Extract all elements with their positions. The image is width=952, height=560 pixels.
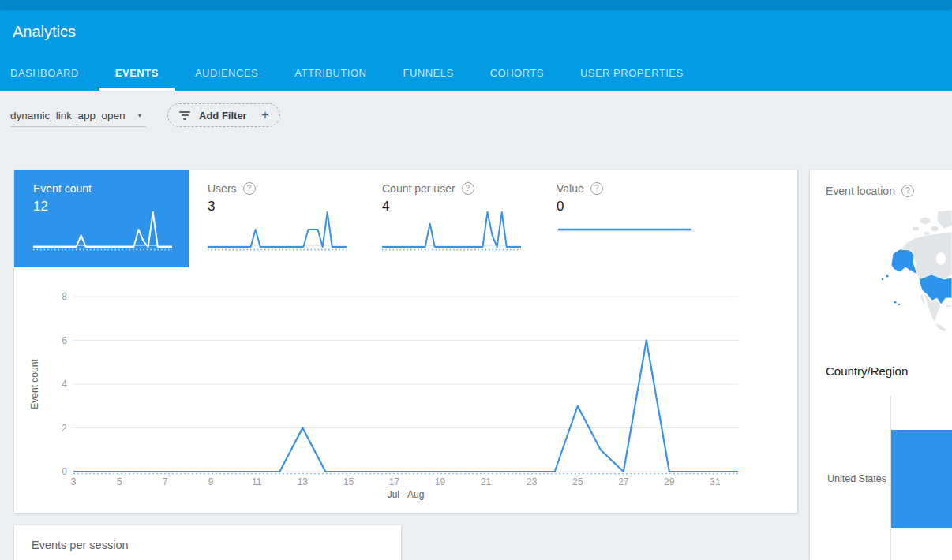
map-central-america bbox=[935, 323, 946, 332]
event-location-title-text: Event location bbox=[826, 185, 895, 197]
metric-label-text: Value bbox=[557, 182, 584, 195]
help-icon[interactable]: ? bbox=[590, 182, 603, 195]
events-per-session-title: Events per session bbox=[32, 539, 401, 551]
metric-card-value[interactable]: Value ? 0 bbox=[538, 170, 712, 267]
y-tick-label: 6 bbox=[62, 335, 67, 346]
x-tick-label: 3 bbox=[71, 476, 77, 487]
help-icon[interactable]: ? bbox=[901, 185, 914, 197]
x-axis-title: Jul - Aug bbox=[388, 489, 425, 500]
metric-label: Count per user ? bbox=[382, 182, 474, 195]
map-greenland bbox=[937, 210, 952, 229]
count-per-user-sparkline bbox=[382, 207, 521, 257]
x-tick-label: 21 bbox=[481, 476, 492, 487]
y-axis-title: Event count bbox=[29, 359, 40, 409]
y-tick-label: 0 bbox=[62, 466, 67, 477]
tab-bar: DASHBOARD EVENTS AUDIENCES ATTRIBUTION F… bbox=[0, 54, 703, 91]
map-arctic-island bbox=[920, 218, 931, 225]
spark-line bbox=[208, 212, 347, 247]
event-selector-dropdown[interactable]: dynamic_link_app_open ▼ bbox=[10, 104, 146, 127]
x-tick-label: 17 bbox=[389, 476, 400, 487]
x-tick-label: 7 bbox=[163, 476, 168, 487]
x-tick-label: 23 bbox=[527, 476, 538, 487]
metric-card-users[interactable]: Users ? 3 bbox=[189, 170, 363, 267]
event-selector-value: dynamic_link_app_open bbox=[10, 110, 126, 121]
metric-label: Users ? bbox=[208, 182, 256, 195]
chevron-down-icon: ▼ bbox=[137, 112, 143, 119]
users-sparkline bbox=[208, 207, 347, 257]
x-tick-label: 31 bbox=[710, 476, 721, 487]
x-tick-label: 25 bbox=[572, 476, 583, 487]
analytics-dashboard: Analytics DASHBOARD EVENTS AUDIENCES ATT… bbox=[0, 0, 952, 560]
country-bar bbox=[891, 430, 952, 528]
event-detail-card: Event count ? 12 Users ? 3 Count per use… bbox=[14, 170, 797, 513]
north-america-map bbox=[856, 210, 952, 357]
value-sparkline bbox=[557, 207, 695, 257]
x-tick-label: 29 bbox=[664, 476, 675, 487]
tab-audiences[interactable]: AUDIENCES bbox=[178, 54, 275, 91]
metric-card-event-count[interactable]: Event count ? 12 bbox=[14, 170, 189, 267]
event-count-sparkline bbox=[33, 207, 172, 257]
app-header: Analytics DASHBOARD EVENTS AUDIENCES ATT… bbox=[0, 0, 952, 91]
map-cuba bbox=[946, 305, 952, 308]
help-icon[interactable]: ? bbox=[462, 182, 474, 195]
metric-label-text: Count per user bbox=[382, 182, 455, 195]
country-bar-label: United States bbox=[810, 473, 886, 484]
event-location-card: Event location ? bbox=[810, 170, 952, 560]
x-tick-label: 15 bbox=[343, 476, 354, 487]
metric-card-row: Event count ? 12 Users ? 3 Count per use… bbox=[14, 170, 712, 267]
events-per-session-card: Events per session bbox=[14, 525, 401, 560]
add-filter-label: Add Filter bbox=[199, 110, 247, 121]
event-location-title: Event location ? bbox=[826, 185, 914, 197]
x-tick-label: 27 bbox=[618, 476, 629, 487]
map-arctic-island bbox=[931, 226, 939, 232]
x-tick-label: 13 bbox=[298, 476, 309, 487]
add-filter-button[interactable]: Add Filter + bbox=[167, 103, 280, 127]
metric-card-count-per-user[interactable]: Count per user ? 4 bbox=[363, 170, 538, 267]
tab-attribution[interactable]: ATTRIBUTION bbox=[278, 54, 383, 91]
y-tick-label: 8 bbox=[62, 291, 67, 302]
page-title: Analytics bbox=[13, 23, 76, 41]
x-tick-label: 5 bbox=[117, 476, 122, 487]
tab-dashboard[interactable]: DASHBOARD bbox=[0, 54, 96, 91]
metric-label: Value ? bbox=[557, 182, 603, 195]
y-tick-label: 4 bbox=[62, 379, 67, 390]
metric-label-text: Event count bbox=[33, 182, 92, 195]
spark-line bbox=[382, 212, 521, 247]
map-hawaii bbox=[894, 301, 896, 303]
x-tick-label: 19 bbox=[435, 476, 446, 487]
window-chrome-strip bbox=[0, 0, 952, 9]
event-count-line-chart: 0246835791113151719212325272931Event cou… bbox=[14, 267, 797, 513]
x-tick-label: 9 bbox=[208, 476, 214, 487]
country-region-heading: Country/Region bbox=[826, 364, 908, 378]
tab-events[interactable]: EVENTS bbox=[99, 54, 175, 91]
tab-funnels[interactable]: FUNNELS bbox=[386, 54, 470, 91]
x-tick-label: 11 bbox=[252, 476, 262, 487]
map-aleutian-island bbox=[882, 278, 884, 281]
spark-line bbox=[33, 212, 172, 247]
filter-icon bbox=[178, 111, 191, 120]
metric-label: Event count ? bbox=[33, 182, 92, 195]
chart-line bbox=[73, 341, 738, 472]
map-arctic-island bbox=[913, 226, 920, 231]
tab-cohorts[interactable]: COHORTS bbox=[474, 54, 560, 91]
plus-icon: + bbox=[261, 107, 269, 123]
map-aleutian-island bbox=[886, 274, 888, 277]
map-hawaii bbox=[898, 304, 900, 305]
tab-user-properties[interactable]: USER PROPERTIES bbox=[564, 54, 700, 91]
map-hudson-bay bbox=[936, 252, 946, 265]
y-tick-label: 2 bbox=[62, 423, 67, 434]
metric-label-text: Users bbox=[208, 182, 237, 195]
help-icon[interactable]: ? bbox=[243, 182, 256, 195]
